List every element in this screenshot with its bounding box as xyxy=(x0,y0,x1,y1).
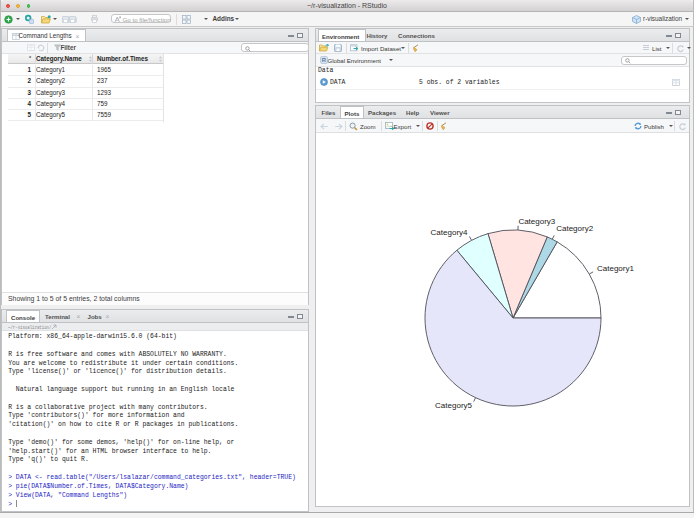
svg-text:Category3: Category3 xyxy=(518,217,555,226)
svg-text:Category4: Category4 xyxy=(431,228,468,237)
svg-text:Category2: Category2 xyxy=(556,224,593,233)
svg-text:R: R xyxy=(321,58,326,64)
svg-text:Category5: Category5 xyxy=(435,401,472,410)
svg-text:Category1: Category1 xyxy=(597,264,634,273)
